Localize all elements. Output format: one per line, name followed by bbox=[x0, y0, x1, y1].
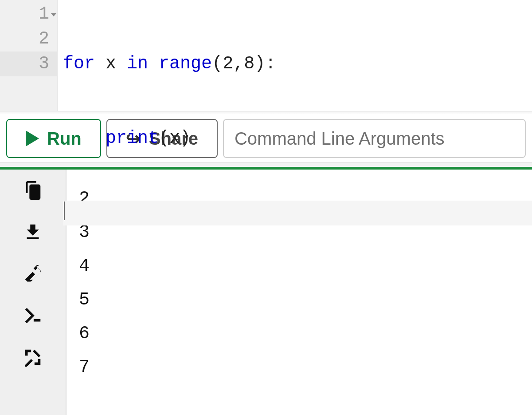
text-cursor bbox=[64, 202, 65, 220]
gutter-line: 2 bbox=[0, 27, 57, 51]
number-literal: 2 bbox=[223, 54, 233, 74]
code-line[interactable]: for x in range(2,8): bbox=[63, 51, 532, 76]
number-literal: 8 bbox=[244, 54, 254, 74]
output-tool-strip bbox=[0, 170, 66, 415]
keyword-for: for bbox=[63, 54, 95, 74]
code-editor[interactable]: 1 2 3 for x in range(2,8): print(x) bbox=[0, 0, 532, 111]
line-gutter: 1 2 3 bbox=[0, 0, 58, 111]
gutter-line: 1 bbox=[0, 2, 57, 27]
download-icon[interactable] bbox=[23, 222, 43, 242]
code-area[interactable]: for x in range(2,8): print(x) bbox=[58, 0, 532, 111]
variable-x: x bbox=[106, 54, 116, 74]
output-line: 6 bbox=[79, 317, 520, 351]
code-line[interactable]: print(x) bbox=[63, 126, 532, 151]
eraser-icon[interactable] bbox=[23, 264, 43, 284]
function-print: print bbox=[106, 128, 159, 148]
variable-x: x bbox=[169, 128, 180, 148]
output-line: 5 bbox=[79, 283, 520, 317]
output-line: 7 bbox=[79, 351, 520, 384]
terminal-icon[interactable] bbox=[23, 305, 43, 326]
function-range: range bbox=[159, 54, 212, 74]
code-line[interactable] bbox=[63, 201, 532, 225]
fullscreen-icon[interactable] bbox=[23, 347, 43, 368]
keyword-in: in bbox=[127, 54, 148, 74]
gutter-line: 3 bbox=[0, 51, 57, 76]
copy-icon[interactable] bbox=[23, 180, 43, 201]
play-icon bbox=[26, 130, 39, 146]
